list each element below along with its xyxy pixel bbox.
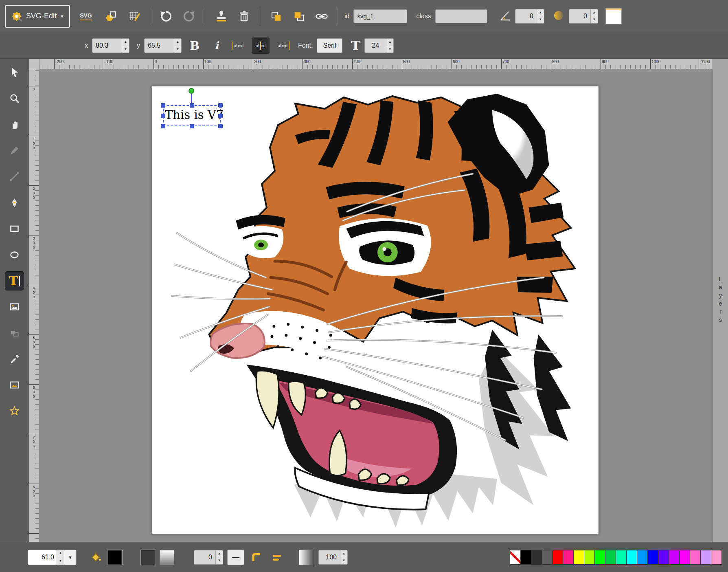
zoom-input[interactable] [28, 550, 57, 565]
stroke-paint-gradient[interactable] [160, 550, 174, 565]
clone-button[interactable] [212, 7, 230, 26]
move-to-top-button[interactable] [289, 7, 308, 26]
x-spinner[interactable]: ▲ ▼ [92, 38, 129, 53]
canvas-text-element[interactable]: This is V7 [165, 108, 224, 122]
spin-up-icon[interactable]: ▲ [174, 39, 181, 46]
palette-swatch[interactable] [553, 550, 563, 564]
palette-swatch[interactable] [616, 550, 627, 564]
element-id-input[interactable] [353, 9, 407, 23]
palette-swatch[interactable] [563, 550, 574, 564]
document-properties-button[interactable] [102, 7, 121, 26]
spin-down-icon[interactable]: ▼ [174, 46, 181, 53]
stroke-linecap-button[interactable] [269, 549, 285, 565]
undo-button[interactable] [157, 7, 175, 26]
palette-swatch[interactable] [637, 550, 648, 564]
line-tool[interactable] [5, 167, 24, 186]
stroke-width-input[interactable] [194, 550, 215, 564]
spin-up-icon[interactable]: ▲ [591, 9, 598, 17]
svg-canvas[interactable]: This is V7 [152, 86, 599, 534]
selection-handle-s[interactable] [190, 124, 194, 128]
selection-handle-ne[interactable] [218, 103, 223, 108]
bold-button[interactable]: B [186, 37, 204, 55]
text-anchor-middle-button[interactable]: abcd [252, 37, 270, 54]
palette-swatch-none[interactable] [510, 550, 521, 564]
pencil-tool[interactable] [5, 141, 24, 160]
make-link-button[interactable] [312, 7, 331, 26]
palette-swatch[interactable] [658, 550, 669, 564]
image-tool[interactable] [5, 297, 24, 317]
element-class-input[interactable] [435, 9, 487, 23]
palette-swatch[interactable] [574, 550, 584, 564]
move-to-bottom-button[interactable] [267, 7, 285, 26]
text-anchor-end-button[interactable]: abcd [274, 37, 292, 54]
pan-tool[interactable] [5, 115, 24, 134]
palette-swatch[interactable] [680, 550, 690, 564]
shape-library-tool[interactable] [5, 323, 24, 343]
italic-button[interactable]: i [208, 37, 226, 55]
paint-swatch[interactable] [605, 8, 622, 24]
angle-spinner[interactable]: ▲ ▼ [515, 9, 544, 24]
spin-up-icon[interactable]: ▲ [340, 550, 347, 558]
spin-down-icon[interactable]: ▼ [537, 16, 544, 23]
redo-button[interactable] [180, 7, 198, 26]
font-size-input[interactable] [365, 39, 386, 53]
workspace[interactable]: This is V7 [39, 69, 713, 542]
opacity-gradient-swatch[interactable] [299, 550, 314, 565]
font-size-spinner[interactable]: ▲ ▼ [364, 38, 394, 53]
spin-down-icon[interactable]: ▼ [591, 16, 598, 23]
selection-handle-sw[interactable] [161, 124, 165, 128]
spin-up-icon[interactable]: ▲ [386, 39, 393, 46]
angle-input[interactable] [515, 9, 537, 23]
spin-up-icon[interactable]: ▲ [122, 39, 129, 46]
blur-spinner[interactable]: ▲ ▼ [569, 9, 598, 24]
spin-up-icon[interactable]: ▲ [57, 550, 64, 558]
palette-swatch[interactable] [690, 550, 701, 564]
layers-tab[interactable]: Layers [717, 276, 724, 325]
text-anchor-start-button[interactable]: abcd [230, 37, 248, 54]
palette-swatch[interactable] [701, 550, 711, 564]
font-family-button[interactable]: Serif [317, 38, 342, 53]
edit-image-tool[interactable] [5, 376, 24, 395]
opacity-input[interactable] [319, 550, 340, 564]
tiger-artwork[interactable] [152, 86, 599, 534]
selection-handle-se[interactable] [218, 124, 223, 128]
spin-up-icon[interactable]: ▲ [537, 9, 544, 17]
palette-swatch[interactable] [711, 550, 722, 564]
palette-swatch[interactable] [627, 550, 637, 564]
select-tool[interactable] [5, 63, 24, 82]
spin-down-icon[interactable]: ▼ [57, 557, 64, 565]
rotate-handle[interactable] [189, 88, 194, 94]
palette-swatch[interactable] [669, 550, 680, 564]
zoom-dropdown[interactable]: ▼ [64, 550, 76, 565]
selection-handle-nw[interactable] [161, 103, 165, 108]
path-tool[interactable] [5, 193, 24, 212]
stroke-dash-button[interactable]: — [227, 550, 244, 565]
selection-handle-w[interactable] [161, 114, 165, 118]
selection-box[interactable]: This is V7 [163, 105, 221, 126]
palette-swatch[interactable] [531, 550, 542, 564]
opacity-spinner[interactable]: ▲ ▼ [318, 550, 348, 565]
delete-button[interactable] [235, 7, 253, 26]
star-tool[interactable] [5, 402, 24, 421]
stroke-width-spinner[interactable]: ▲ ▼ [194, 550, 223, 565]
palette-swatch[interactable] [605, 550, 616, 564]
ellipse-tool[interactable] [5, 245, 24, 264]
stroke-color-swatch[interactable] [141, 550, 156, 565]
spin-down-icon[interactable]: ▼ [386, 46, 393, 53]
spin-down-icon[interactable]: ▼ [340, 557, 347, 564]
x-input[interactable] [92, 39, 122, 53]
y-spinner[interactable]: ▲ ▼ [144, 38, 182, 53]
rectangle-tool[interactable] [5, 219, 24, 238]
stroke-linejoin-button[interactable] [248, 549, 265, 565]
palette-swatch[interactable] [595, 550, 605, 564]
editor-preferences-button[interactable] [125, 7, 143, 26]
selection-handle-e[interactable] [218, 114, 223, 118]
eyedropper-tool[interactable] [5, 350, 24, 369]
main-menu-button[interactable]: SVG-Edit ▼ [5, 5, 70, 28]
palette-swatch[interactable] [542, 550, 553, 564]
fill-color-swatch[interactable] [107, 550, 122, 565]
spin-down-icon[interactable]: ▼ [216, 557, 223, 564]
palette-swatch[interactable] [521, 550, 531, 564]
palette-swatch[interactable] [584, 550, 595, 564]
palette-swatch[interactable] [648, 550, 658, 564]
